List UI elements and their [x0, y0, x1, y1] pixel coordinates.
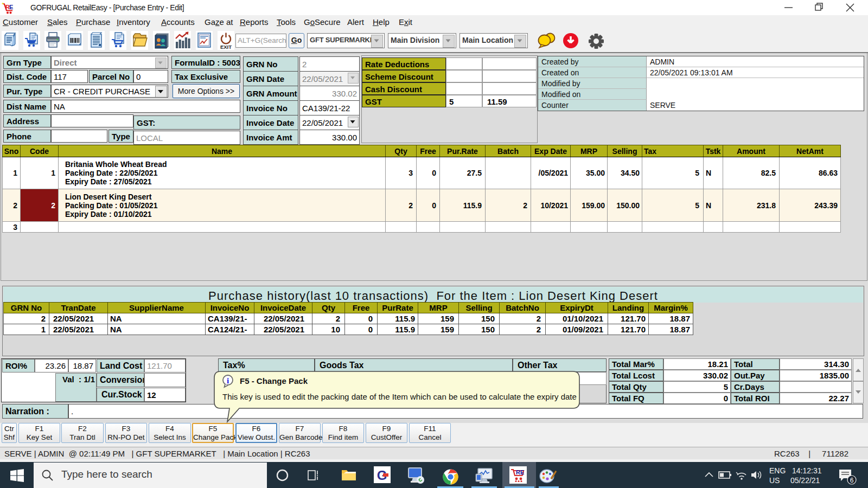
svg-text:F5 - Change Pack: F5 - Change Pack: [240, 376, 308, 386]
svg-text:E: E: [9, 4, 13, 10]
svg-text:RE: RE: [516, 469, 524, 476]
svg-text:EXIT: EXIT: [220, 44, 232, 50]
svg-text:This key is used to edit the p: This key is used to edit the packing dat…: [222, 392, 577, 401]
svg-text:i: i: [227, 376, 229, 385]
svg-text:6: 6: [850, 477, 854, 484]
